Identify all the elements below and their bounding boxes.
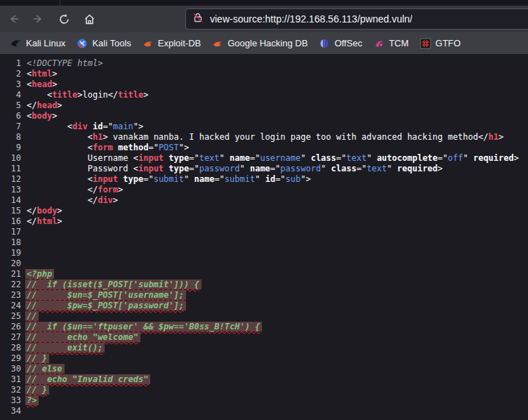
syntax-token-pun: "> xyxy=(179,143,189,152)
code-line-29: 29// } xyxy=(0,353,528,364)
line-code: // echo "Invalid creds" xyxy=(27,374,150,385)
syntax-token-pun: > xyxy=(143,90,148,100)
syntax-token-pun: > xyxy=(118,185,123,195)
bookmark-label: Exploit-DB xyxy=(158,38,201,48)
syntax-token-tag: form xyxy=(98,185,118,195)
syntax-token-pun: =" xyxy=(357,164,367,173)
line-number: 31 xyxy=(0,374,21,385)
syntax-token-pun: =" xyxy=(336,153,346,163)
gtfo-grid-icon xyxy=(420,38,431,49)
line-code: <html> xyxy=(27,69,57,79)
home-button[interactable] xyxy=(79,8,100,29)
syntax-token-pun: > xyxy=(57,100,62,110)
line-code: // } xyxy=(27,385,49,395)
code-line-19: 19 xyxy=(0,248,528,258)
bookmark-item-kali-tools[interactable]: Kali Tools xyxy=(72,36,136,51)
php-comment-error-token: <?php xyxy=(25,269,54,279)
syntax-token-pun: > xyxy=(103,132,107,142)
syntax-token-tag: h1 xyxy=(93,132,103,142)
line-code: </head> xyxy=(27,100,62,111)
line-code: </div> xyxy=(27,195,118,206)
forward-button[interactable] xyxy=(28,8,49,29)
syntax-token-pun: " xyxy=(220,153,225,163)
syntax-token-txt: login xyxy=(83,90,108,100)
code-line-33: 33?> xyxy=(0,395,528,406)
php-comment-error-token: // $un=$_POST['username']; xyxy=(25,290,186,300)
line-number: 32 xyxy=(0,385,21,395)
code-line-22: 22// if (isset($_POST['submit'])) { xyxy=(0,280,528,290)
code-line-18: 18 xyxy=(0,237,528,248)
back-arrow-icon xyxy=(7,13,20,25)
code-line-17: 17 xyxy=(0,227,528,237)
syntax-token-att: id xyxy=(93,122,103,131)
syntax-token-tag: input xyxy=(138,164,164,173)
insecure-lock-slash-icon[interactable] xyxy=(192,12,204,26)
bookmark-label: TCM xyxy=(389,38,409,48)
syntax-token-pun: =" xyxy=(275,174,285,184)
url-text[interactable]: view-source:http://192.168.56.113/pwned.… xyxy=(210,13,412,25)
bookmark-label: GTFO xyxy=(435,38,461,48)
php-comment-error-token: // $pw=$_POST['password']; xyxy=(25,301,186,310)
bookmark-item-offsec[interactable]: OffSec xyxy=(314,36,367,51)
bookmark-item-exploit-db[interactable]: Exploit-DB xyxy=(138,36,206,51)
line-number: 13 xyxy=(0,185,21,195)
syntax-token-txt xyxy=(27,174,88,184)
syntax-token-pun: "> xyxy=(133,122,143,131)
bookmark-item-kali-linux[interactable]: Kali Linux xyxy=(6,36,70,51)
line-number: 14 xyxy=(0,195,21,206)
view-source-content: 1<!DOCTYPE html>2<html>3<head>4 <title>l… xyxy=(0,55,528,420)
ghdb-bird-icon xyxy=(212,38,223,49)
syntax-token-val: text xyxy=(367,164,387,173)
line-code: // exit(); xyxy=(27,343,105,353)
bookmark-item-gtfo[interactable]: GTFO xyxy=(415,36,466,51)
syntax-token-val: text xyxy=(346,153,367,163)
syntax-token-doc: <!DOCTYPE html> xyxy=(27,58,103,68)
syntax-token-pun: =" xyxy=(103,122,112,131)
syntax-token-pun: </ xyxy=(88,195,98,205)
syntax-token-att: name xyxy=(194,174,214,184)
reload-icon xyxy=(58,13,70,25)
syntax-token-pun: =" xyxy=(437,153,447,163)
line-number: 16 xyxy=(0,216,21,227)
desktop-edge-line xyxy=(60,0,60,6)
syntax-token-pun: " xyxy=(239,164,244,173)
php-comment-error-token: // } xyxy=(25,353,49,363)
syntax-token-txt xyxy=(88,122,93,131)
line-code: // } xyxy=(27,353,49,364)
syntax-token-pun: =" xyxy=(214,174,224,184)
line-number: 30 xyxy=(0,364,21,374)
syntax-token-tag: div xyxy=(72,122,88,131)
line-number: 33 xyxy=(0,395,21,406)
syntax-token-txt: Password xyxy=(27,164,133,173)
syntax-token-pun: </ xyxy=(108,90,118,100)
line-number: 3 xyxy=(0,79,21,90)
code-line-1: 1<!DOCTYPE html> xyxy=(0,58,528,69)
bookmark-item-tcm[interactable]: TCM xyxy=(369,36,414,51)
line-number: 17 xyxy=(0,227,21,237)
line-number: 6 xyxy=(0,111,21,122)
bookmark-label: Kali Linux xyxy=(26,38,65,48)
syntax-token-val: text xyxy=(199,153,220,163)
line-number: 8 xyxy=(0,132,21,143)
reload-button[interactable] xyxy=(53,8,74,29)
url-bar[interactable]: view-source:http://192.168.56.113/pwned.… xyxy=(185,8,528,29)
syntax-token-pun: "> xyxy=(301,174,310,184)
line-number: 22 xyxy=(0,280,21,290)
line-code: Username <input type="text" name="userna… xyxy=(27,153,519,164)
syntax-token-txt xyxy=(27,143,88,152)
code-line-31: 31// echo "Invalid creds" xyxy=(0,374,528,385)
code-line-9: 9 <form method="POST"> xyxy=(0,143,528,153)
back-button[interactable] xyxy=(3,8,24,29)
syntax-token-att: name xyxy=(250,164,270,173)
line-code: <!DOCTYPE html> xyxy=(27,58,103,69)
syntax-token-pun: </ xyxy=(478,132,488,142)
syntax-token-tag: title xyxy=(118,90,143,100)
php-comment-error-token: ?> xyxy=(25,395,39,405)
bookmark-item-google-hacking-db[interactable]: Google Hacking DB xyxy=(207,36,312,51)
bookmark-label: Google Hacking DB xyxy=(227,38,308,48)
syntax-token-pun: > xyxy=(52,79,57,89)
syntax-token-pun: < xyxy=(88,132,93,142)
code-line-16: 16</html> xyxy=(0,216,528,227)
code-line-32: 32// } xyxy=(0,385,528,395)
code-line-21: 21<?php xyxy=(0,269,528,280)
